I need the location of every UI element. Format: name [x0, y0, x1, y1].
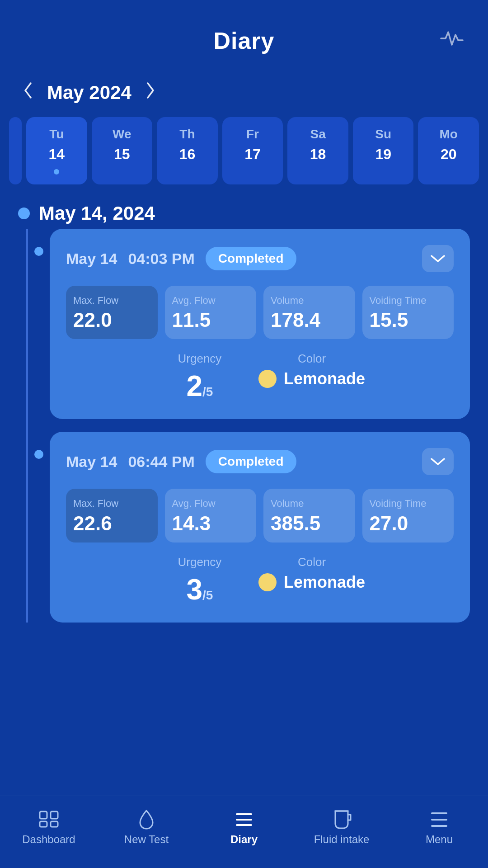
- entry-card: May 14 06:44 PM Completed Max. Flow 22.6…: [50, 432, 470, 622]
- volume-label: Volume: [271, 295, 304, 307]
- cal-day-num: 14: [48, 146, 65, 163]
- voiding-time-box: Voiding Time 27.0: [362, 489, 454, 542]
- bottom-nav: Dashboard New Test Diary Fluid inta: [0, 796, 488, 868]
- entries-container: May 14 04:03 PM Completed Max. Flow 22.0…: [18, 229, 470, 623]
- avg-flow-box: Avg. Flow 11.5: [165, 286, 257, 339]
- diary-icon: [232, 810, 256, 829]
- cal-day-tu[interactable]: Tu 14: [26, 117, 87, 184]
- nav-dashboard[interactable]: Dashboard: [0, 805, 98, 846]
- urgency-value: 3/5: [186, 573, 213, 606]
- card-date: May 14: [66, 453, 117, 471]
- cal-day-su[interactable]: Su 19: [353, 117, 414, 184]
- date-section-title: May 14, 2024: [39, 203, 155, 224]
- avg-flow-label: Avg. Flow: [172, 295, 216, 307]
- cup-icon: [330, 810, 353, 829]
- cal-day-name: Tu: [49, 127, 64, 142]
- svg-rect-0: [40, 811, 47, 819]
- drop-icon: [135, 810, 158, 829]
- expand-button[interactable]: [422, 448, 454, 475]
- cal-day-num: 17: [244, 146, 261, 163]
- cal-day-dot: [54, 169, 59, 175]
- avg-flow-value: 14.3: [172, 514, 211, 533]
- urgency-label: Urgency: [178, 555, 222, 569]
- timeline-dot: [34, 450, 43, 459]
- nav-menu-label: Menu: [426, 833, 453, 846]
- month-navigation: May 2024: [0, 68, 488, 113]
- voiding-time-label: Voiding Time: [370, 295, 427, 307]
- cal-day-num: 16: [179, 146, 196, 163]
- date-dot: [18, 208, 30, 219]
- nav-dashboard-label: Dashboard: [22, 833, 75, 846]
- nav-menu[interactable]: Menu: [390, 805, 488, 846]
- menu-icon: [427, 810, 451, 829]
- voiding-time-box: Voiding Time 15.5: [362, 286, 454, 339]
- card-date: May 14: [66, 250, 117, 268]
- volume-value: 385.5: [271, 514, 320, 533]
- avg-flow-label: Avg. Flow: [172, 498, 216, 509]
- status-badge: Completed: [206, 247, 296, 270]
- color-name: Lemonade: [284, 369, 365, 388]
- next-month-button[interactable]: [141, 81, 160, 104]
- nav-fluid-intake[interactable]: Fluid intake: [293, 805, 390, 846]
- max-flow-label: Max. Flow: [73, 498, 118, 509]
- nav-new-test-label: New Test: [124, 833, 169, 846]
- color-value-row: Lemonade: [258, 369, 365, 388]
- header: Diary: [0, 0, 488, 68]
- cal-day-th[interactable]: Th 16: [157, 117, 218, 184]
- max-flow-box: Max. Flow 22.6: [66, 489, 158, 542]
- voiding-time-value: 15.5: [370, 310, 408, 330]
- avg-flow-box: Avg. Flow 14.3: [165, 489, 257, 542]
- color-label: Color: [298, 555, 326, 569]
- cal-day-name: Fr: [246, 127, 259, 142]
- volume-label: Volume: [271, 498, 304, 509]
- entry-card-0: May 14 04:03 PM Completed Max. Flow 22.0…: [18, 229, 470, 419]
- avg-flow-value: 11.5: [172, 310, 211, 330]
- card-time: 04:03 PM: [128, 250, 194, 268]
- cal-day-sa[interactable]: Sa 18: [287, 117, 348, 184]
- prev-month-button[interactable]: [18, 81, 38, 104]
- entry-card: May 14 04:03 PM Completed Max. Flow 22.0…: [50, 229, 470, 419]
- month-year-label: May 2024: [47, 82, 131, 104]
- cal-day-num: 19: [375, 146, 391, 163]
- svg-rect-1: [51, 811, 58, 819]
- volume-box: Volume 385.5: [263, 489, 355, 542]
- color-value-row: Lemonade: [258, 573, 365, 592]
- color-dot: [258, 370, 277, 388]
- color-dot: [258, 573, 277, 591]
- expand-button[interactable]: [422, 245, 454, 272]
- card-metrics: Max. Flow 22.0 Avg. Flow 11.5 Volume 178…: [66, 286, 454, 339]
- header-title: Diary: [213, 27, 274, 54]
- urgency-value: 2/5: [186, 369, 213, 403]
- volume-value: 178.4: [271, 310, 320, 330]
- urgency-box: Urgency 3/5: [155, 555, 245, 606]
- date-section: May 14, 2024: [0, 193, 488, 229]
- max-flow-value: 22.6: [73, 514, 112, 533]
- nav-diary[interactable]: Diary: [195, 805, 293, 846]
- urgency-label: Urgency: [178, 352, 222, 366]
- cal-day-num: 20: [441, 146, 457, 163]
- color-box: Color Lemonade: [258, 352, 365, 403]
- timeline-dot: [34, 247, 43, 256]
- cal-day-mo[interactable]: Mo 20: [418, 117, 479, 184]
- cal-day-num: 18: [310, 146, 326, 163]
- color-name: Lemonade: [284, 573, 365, 592]
- entry-card-1: May 14 06:44 PM Completed Max. Flow 22.6…: [18, 432, 470, 622]
- color-label: Color: [298, 352, 326, 366]
- activity-icon: [438, 27, 465, 50]
- urgency-sub: /5: [202, 385, 213, 399]
- nav-new-test[interactable]: New Test: [98, 805, 195, 846]
- nav-fluid-intake-label: Fluid intake: [314, 833, 370, 846]
- cal-day-name: We: [113, 127, 131, 142]
- cal-day-num: 15: [114, 146, 130, 163]
- cal-day-fr[interactable]: Fr 17: [222, 117, 283, 184]
- card-time: 06:44 PM: [128, 453, 194, 471]
- partial-day: [9, 117, 22, 184]
- urgency-sub: /5: [202, 588, 213, 603]
- cal-day-name: Th: [179, 127, 195, 142]
- card-metrics: Max. Flow 22.6 Avg. Flow 14.3 Volume 385…: [66, 489, 454, 542]
- svg-rect-3: [51, 821, 58, 827]
- max-flow-label: Max. Flow: [73, 295, 118, 307]
- cal-day-name: Su: [375, 127, 391, 142]
- voiding-time-label: Voiding Time: [370, 498, 427, 509]
- cal-day-we[interactable]: We 15: [92, 117, 153, 184]
